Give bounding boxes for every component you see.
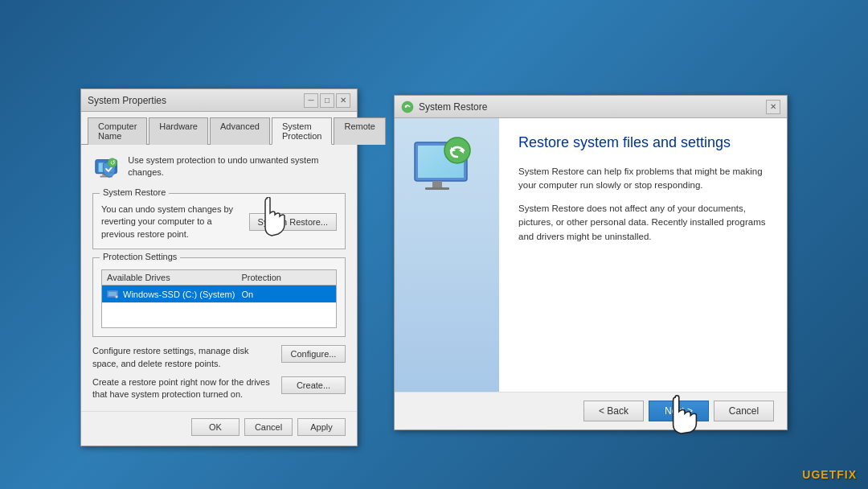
- computer-restore-icon: [411, 134, 483, 215]
- close-button[interactable]: ✕: [336, 93, 350, 108]
- tab-bar: Computer Name Hardware Advanced System P…: [81, 112, 357, 145]
- tab-computer-name[interactable]: Computer Name: [88, 117, 147, 145]
- column-drives: Available Drives: [107, 273, 241, 282]
- wizard-para1: System Restore can help fix problems tha…: [518, 165, 768, 193]
- tab-advanced[interactable]: Advanced: [210, 117, 270, 145]
- back-button[interactable]: < Back: [583, 401, 644, 421]
- configure-text: Configure restore settings, manage disk …: [92, 345, 275, 370]
- maximize-button[interactable]: □: [320, 93, 334, 108]
- wizard-icon: [401, 101, 414, 113]
- svg-rect-7: [108, 292, 117, 296]
- system-restore-section: System Restore You can undo system chang…: [92, 193, 346, 249]
- system-restore-button[interactable]: System Restore...: [249, 213, 337, 231]
- svg-point-8: [116, 296, 118, 298]
- restore-description: You can undo system changes by reverting…: [101, 203, 241, 240]
- drive-icon: [107, 289, 120, 299]
- wizard-title-text: System Restore: [401, 101, 487, 113]
- configure-row: Configure restore settings, manage disk …: [92, 345, 346, 370]
- svg-rect-13: [432, 181, 442, 187]
- wizard-right-panel: Restore system files and settings System…: [499, 118, 787, 392]
- ok-button[interactable]: OK: [191, 418, 240, 436]
- drives-table: Available Drives Protection Windows-SSD …: [101, 269, 337, 328]
- system-restore-wizard: System Restore ✕: [394, 95, 788, 430]
- apply-button[interactable]: Apply: [297, 418, 346, 436]
- table-row[interactable]: Windows-SSD (C:) (System) On: [102, 286, 336, 303]
- system-properties-content: ↺ Use system protection to undo unwanted…: [81, 145, 357, 411]
- tab-remote[interactable]: Remote: [334, 117, 386, 145]
- wizard-close-button[interactable]: ✕: [766, 100, 780, 114]
- protection-cell: On: [241, 290, 331, 299]
- create-row: Create a restore point right now for the…: [92, 376, 346, 401]
- shield-icon: ↺: [92, 154, 120, 183]
- wizard-footer: < Back Next > Cancel: [395, 392, 787, 429]
- drive-cell: Windows-SSD (C:) (System): [107, 289, 241, 299]
- system-restore-label: System Restore: [100, 187, 169, 197]
- wizard-titlebar: System Restore ✕: [395, 96, 787, 118]
- system-properties-window: System Properties ─ □ ✕ Computer Name Ha…: [80, 88, 358, 446]
- configure-button[interactable]: Configure...: [281, 345, 346, 363]
- svg-point-15: [444, 138, 470, 163]
- description-row: ↺ Use system protection to undo unwanted…: [92, 154, 346, 183]
- minimize-button[interactable]: ─: [304, 93, 318, 108]
- wizard-para2: System Restore does not affect any of yo…: [518, 202, 768, 244]
- table-header: Available Drives Protection: [102, 270, 336, 286]
- computer-illustration: [411, 134, 483, 217]
- wizard-body: Restore system files and settings System…: [395, 118, 787, 392]
- wizard-left-panel: [395, 118, 499, 392]
- protection-settings-section: Protection Settings Available Drives Pro…: [92, 257, 346, 337]
- protection-settings-label: Protection Settings: [100, 252, 180, 261]
- system-properties-title: System Properties: [88, 95, 166, 106]
- wizard-window-controls: ✕: [766, 100, 780, 114]
- create-text: Create a restore point right now for the…: [92, 376, 275, 401]
- logo-u: U: [802, 468, 811, 481]
- logo: UGETFIX: [802, 468, 857, 481]
- svg-rect-14: [425, 187, 449, 190]
- cancel-button[interactable]: Cancel: [244, 418, 293, 436]
- svg-text:↺: ↺: [110, 159, 116, 166]
- next-button[interactable]: Next >: [649, 401, 709, 421]
- description-text: Use system protection to undo unwanted s…: [128, 154, 346, 179]
- column-protection: Protection: [241, 273, 331, 282]
- system-properties-titlebar: System Properties ─ □ ✕: [81, 89, 357, 112]
- restore-row: You can undo system changes by reverting…: [101, 203, 337, 240]
- wizard-heading: Restore system files and settings: [518, 134, 768, 152]
- create-button[interactable]: Create...: [281, 376, 346, 394]
- window-controls: ─ □ ✕: [304, 93, 350, 108]
- wizard-cancel-button[interactable]: Cancel: [714, 401, 774, 421]
- tab-system-protection[interactable]: System Protection: [272, 117, 333, 145]
- tab-hardware[interactable]: Hardware: [149, 117, 208, 145]
- bottom-buttons: OK Cancel Apply: [81, 411, 357, 446]
